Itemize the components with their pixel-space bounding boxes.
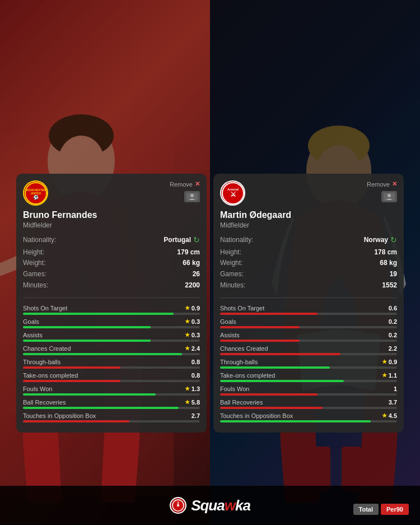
stat-row-1: Goals★0.3 (23, 318, 200, 328)
stat-name-2: Assists (220, 332, 240, 338)
remove-button-1[interactable]: Remove ✕ (170, 180, 200, 188)
weight-label-1: Weight: (23, 258, 45, 268)
svg-point-18 (388, 194, 391, 197)
stat-header-4: Through-balls★0.9 (220, 359, 397, 365)
stat-header-1: Goals★0.3 (23, 318, 200, 325)
bar-container-7 (23, 407, 200, 409)
refresh-icon-2[interactable]: ↻ (390, 235, 397, 246)
card1-header: MANCHESTER UNITED ⚽ Remove ✕ (23, 180, 200, 206)
games-label-2: Games: (220, 270, 244, 279)
stat-header-7: Ball Recoveries★5.8 (23, 399, 200, 406)
per90-button[interactable]: Per90 (381, 504, 409, 515)
star-icon-7: ★ (185, 399, 190, 405)
stat-value-8: ★4.5 (382, 412, 397, 419)
bar-fill-6 (23, 393, 156, 396)
stat-name-4: Through-balls (23, 359, 60, 365)
bar-container-2 (23, 340, 200, 342)
bar-container-3 (220, 353, 397, 355)
stat-row-0: Shots On Target★0.9 (23, 305, 200, 315)
stat-row-3: Chances Created2.2 (220, 345, 397, 355)
stat-value-2: 0.2 (389, 332, 397, 338)
info-nationality-1: Nationality: Portugal ↻ (23, 235, 200, 246)
stat-row-5: Take-ons completed★1.1 (220, 372, 397, 382)
stat-row-6: Fouls Won★1.3 (23, 385, 200, 396)
minutes-label-2: Minutes: (220, 281, 245, 290)
stat-value-7: 3.7 (389, 399, 397, 406)
info-games-1: Games: 26 (23, 270, 200, 279)
view-toggle: Total Per90 (353, 504, 409, 515)
stat-name-0: Shots On Target (23, 305, 67, 312)
remove-label-1: Remove (170, 181, 193, 188)
profile-icon-2 (381, 191, 397, 202)
stat-name-3: Chances Created (220, 345, 268, 352)
games-value-1: 26 (193, 270, 200, 279)
stat-value-1: 0.2 (389, 318, 397, 325)
stat-value-0: ★0.9 (185, 305, 200, 312)
stat-row-1: Goals0.2 (220, 318, 397, 328)
squawka-w: w (225, 497, 235, 514)
info-games-2: Games: 19 (220, 270, 397, 279)
stat-value-7: ★5.8 (185, 399, 200, 406)
stat-name-1: Goals (23, 318, 39, 325)
bar-container-6 (220, 393, 397, 396)
stat-header-0: Shots On Target★0.9 (23, 305, 200, 312)
stat-row-3: Chances Created★2.4 (23, 345, 200, 355)
stat-name-8: Touches in Opposition Box (220, 412, 293, 419)
player2-stats: Shots On Target0.6Goals0.2Assists0.2Chan… (220, 305, 397, 422)
player2-info: Nationality: Norway ↻ Height: 178 cm Wei… (220, 235, 397, 298)
card2-top-right: Remove ✕ (367, 180, 397, 202)
stat-row-4: Through-balls★0.9 (220, 359, 397, 369)
bottom-bar: Squawka Total Per90 (0, 486, 420, 525)
remove-button-2[interactable]: Remove ✕ (367, 180, 397, 188)
bar-fill-8 (23, 420, 129, 422)
stat-row-8: Touches in Opposition Box★4.5 (220, 412, 397, 422)
stat-row-0: Shots On Target0.6 (220, 305, 397, 315)
bar-fill-8 (220, 420, 371, 422)
player2-name: Martin Ødegaard (220, 210, 397, 220)
stat-value-5: 0.8 (192, 372, 200, 379)
stat-header-7: Ball Recoveries3.7 (220, 399, 397, 406)
weight-label-2: Weight: (220, 258, 242, 268)
total-button[interactable]: Total (353, 504, 379, 515)
player1-stats: Shots On Target★0.9Goals★0.3Assists★0.3C… (23, 305, 200, 422)
stat-name-3: Chances Created (23, 345, 71, 352)
height-value-1: 179 cm (177, 248, 200, 257)
player1-info: Nationality: Portugal ↻ Height: 179 cm W… (23, 235, 200, 298)
nat-right-1: Portugal ↻ (164, 235, 200, 246)
bar-container-4 (23, 366, 200, 369)
nat-label-2: Nationality: (220, 235, 253, 245)
bar-fill-3 (23, 353, 182, 355)
height-label-2: Height: (220, 248, 241, 257)
stat-row-6: Fouls Won1 (220, 385, 397, 396)
stat-header-0: Shots On Target0.6 (220, 305, 397, 312)
refresh-icon-1[interactable]: ↻ (193, 235, 200, 246)
stat-header-3: Chances Created★2.4 (23, 345, 200, 352)
stat-name-5: Take-ons completed (220, 372, 275, 379)
svg-text:⚔: ⚔ (230, 191, 236, 198)
bar-fill-2 (220, 340, 300, 342)
stat-row-7: Ball Recoveries3.7 (220, 399, 397, 409)
svg-point-13 (190, 194, 194, 197)
stat-name-5: Take-ons completed (23, 372, 78, 379)
bar-container-0 (23, 313, 200, 315)
stat-header-2: Assists0.2 (220, 332, 397, 338)
stat-value-1: ★0.3 (185, 318, 200, 325)
player1-position: Midfielder (23, 221, 200, 229)
nat-value-2: Norway (364, 235, 388, 245)
stat-header-3: Chances Created2.2 (220, 345, 397, 352)
star-icon-5: ★ (382, 372, 387, 378)
bar-container-5 (220, 380, 397, 382)
squawka-logo: Squawka (170, 497, 250, 514)
stat-row-8: Touches in Opposition Box2.7 (23, 412, 200, 422)
bar-container-1 (220, 326, 397, 328)
star-icon-6: ★ (185, 385, 190, 392)
stat-value-6: ★1.3 (185, 385, 200, 392)
bar-fill-1 (23, 326, 151, 328)
info-weight-2: Weight: 68 kg (220, 258, 397, 268)
games-value-2: 19 (390, 270, 397, 279)
bar-fill-1 (220, 326, 300, 328)
stat-name-4: Through-balls (220, 359, 258, 365)
stat-row-4: Through-balls0.8 (23, 359, 200, 369)
stat-value-4: ★0.9 (382, 359, 397, 365)
content: MANCHESTER UNITED ⚽ Remove ✕ (0, 0, 420, 525)
